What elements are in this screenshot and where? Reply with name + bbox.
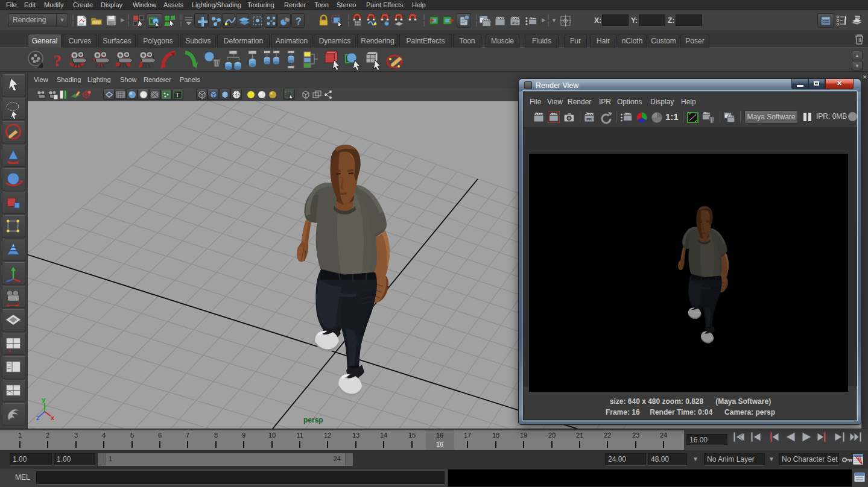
svg-text:?: ? bbox=[296, 16, 302, 27]
svg-text:y: y bbox=[42, 396, 46, 403]
svg-text:z: z bbox=[36, 414, 40, 421]
svg-text:IPR: IPR bbox=[586, 118, 592, 121]
svg-text:T: T bbox=[176, 92, 179, 98]
svg-text:?: ? bbox=[53, 51, 62, 70]
svg-text:IPR: IPR bbox=[512, 21, 519, 25]
svg-text:persp: persp bbox=[303, 416, 323, 424]
svg-text:x: x bbox=[51, 414, 55, 421]
